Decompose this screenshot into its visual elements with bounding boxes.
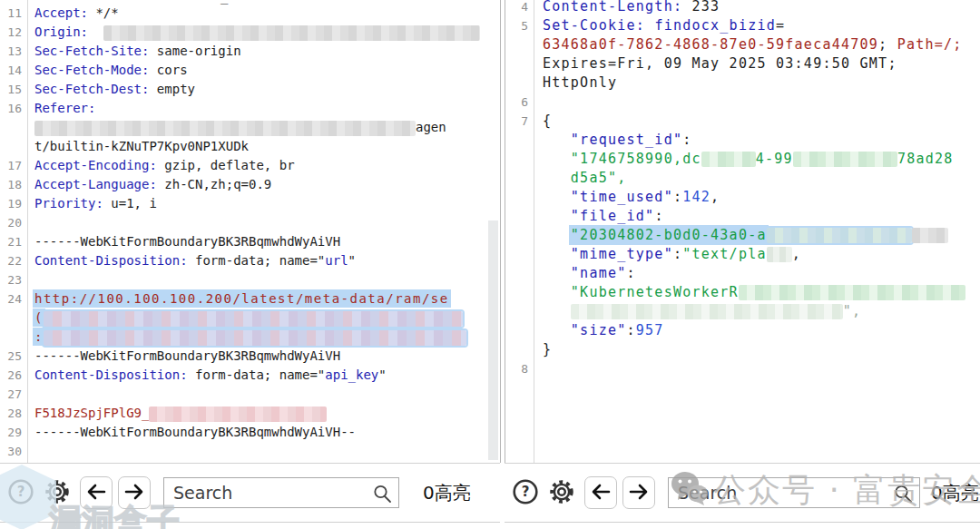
code-line: http://100.100.100.200/latest/meta-data/… <box>34 289 500 309</box>
settings-button[interactable] <box>42 476 73 510</box>
code-line: ------WebKitFormBoundaryBK3RBqmwhdWyAiVH <box>34 347 500 366</box>
code-token: Sec-Fetch-Site: <box>34 44 149 58</box>
code-token: ------WebKitFormBoundaryBK3RBqmwhdWyAiVH… <box>34 425 356 439</box>
code-line: "name": <box>543 264 980 283</box>
code-line: d5a5", <box>543 169 980 188</box>
code-token: = <box>776 17 785 34</box>
code-token <box>543 208 571 224</box>
code-line: Referer: <box>34 99 500 118</box>
search-field <box>163 477 399 508</box>
code-line: ", <box>543 302 980 321</box>
code-line: ------WebKitFormBoundaryBK3RBqmwhdWyAiVH <box>34 232 500 251</box>
line-number: 8 <box>505 359 534 378</box>
code-token: , <box>710 189 720 205</box>
code-token <box>543 151 571 167</box>
response-editor[interactable]: Content-Length: 233Set-Cookie: findocx_b… <box>543 0 980 378</box>
code-token <box>88 24 103 39</box>
line-number: 24 <box>0 289 27 309</box>
help-button[interactable]: ? <box>512 478 539 508</box>
code-line: Accept-Language: zh-CN,zh;q=0.9 <box>34 175 500 194</box>
line-number: 14 <box>0 61 27 80</box>
code-line: : <box>34 328 500 347</box>
request-editor[interactable]: _ Accept: */*Origin: Sec-Fetch-Site: sam… <box>34 0 500 461</box>
code-token: 957 <box>636 322 664 338</box>
code-token: "name" <box>571 265 627 281</box>
code-line <box>34 385 500 404</box>
line-number <box>505 245 534 264</box>
help-icon: ? <box>7 478 34 508</box>
prev-match-button[interactable] <box>584 476 617 509</box>
selected-text: ( <box>34 310 44 325</box>
code-token: Accept: <box>34 5 88 20</box>
code-line <box>543 359 980 378</box>
line-number: 7 <box>505 112 534 131</box>
line-number <box>505 150 534 169</box>
search-input[interactable] <box>164 483 398 503</box>
code-token: form-data; name=" <box>188 367 326 382</box>
code-token: Set-Cookie: <box>543 17 645 34</box>
scrollbar-thumb[interactable] <box>488 220 498 460</box>
code-line <box>543 93 980 112</box>
search-icon <box>892 483 914 508</box>
code-token <box>543 265 571 281</box>
code-line: Expires=Fri, 09 May 2025 03:49:50 GMT; <box>543 54 980 73</box>
code-line: Sec-Fetch-Dest: empty <box>34 80 500 99</box>
code-line: Sec-Fetch-Mode: cors <box>34 61 500 80</box>
code-line <box>34 270 500 289</box>
code-line: "request_id": <box>543 131 980 150</box>
code-token: : <box>654 208 663 224</box>
code-token: Priority: <box>34 196 103 211</box>
redacted-region <box>739 285 965 300</box>
code-token: : <box>673 246 682 262</box>
prev-match-button[interactable] <box>80 476 113 509</box>
line-number <box>505 35 534 54</box>
line-number <box>505 283 534 302</box>
line-number <box>505 340 534 359</box>
code-line: Accept: */* <box>34 4 500 23</box>
redacted-region <box>44 330 466 346</box>
code-token: ", <box>843 303 862 319</box>
code-token: Content-Disposition: <box>34 253 188 268</box>
highlight-count: 0高亮 <box>423 481 471 505</box>
code-token: " <box>348 253 356 268</box>
next-match-button[interactable] <box>622 476 655 509</box>
line-number: 27 <box>0 385 27 404</box>
code-token: 4-99 <box>756 151 793 167</box>
code-token: 142 <box>682 189 710 205</box>
code-line: Accept-Encoding: gzip, deflate, br <box>34 156 500 175</box>
line-number <box>0 328 27 347</box>
code-token: findocx_bizid <box>654 17 776 34</box>
arrow-left-icon <box>86 483 106 504</box>
code-token: Accept-Encoding: <box>34 158 157 172</box>
line-number <box>505 54 534 73</box>
search-input[interactable] <box>669 483 919 503</box>
code-token: Content-Length: <box>543 0 682 15</box>
line-number: 26 <box>0 366 27 385</box>
code-token <box>543 284 571 300</box>
help-button[interactable]: ? <box>7 478 34 508</box>
code-token: : <box>627 265 636 281</box>
code-token: cors <box>149 63 187 77</box>
line-number: 6 <box>505 93 534 112</box>
settings-button[interactable] <box>546 476 577 510</box>
code-token: : <box>682 132 691 148</box>
line-number: 29 <box>0 423 27 442</box>
line-number <box>505 264 534 283</box>
http-message-viewer: 10 111213141516 1718192021222324 2526272… <box>0 0 980 529</box>
line-number <box>505 169 534 188</box>
code-token: 63468a0f-7862-4868-87e0-59faeca44709 <box>543 36 878 53</box>
line-number <box>505 207 534 226</box>
code-token: Accept-Language: <box>34 177 157 191</box>
next-match-button[interactable] <box>118 476 151 509</box>
line-number: 19 <box>0 194 27 213</box>
code-token: "text/pla <box>682 246 767 262</box>
svg-text:?: ? <box>522 484 530 500</box>
code-token: same-origin <box>149 44 240 58</box>
code-line: Origin: <box>34 23 500 42</box>
code-token <box>543 303 571 319</box>
code-token: Sec-Fetch-Mode: <box>34 63 149 77</box>
code-token: Sec-Fetch-Dest: <box>34 82 149 96</box>
search-icon <box>371 483 393 508</box>
highlight-count: 0高亮 <box>931 481 979 505</box>
code-token: " <box>378 367 386 382</box>
